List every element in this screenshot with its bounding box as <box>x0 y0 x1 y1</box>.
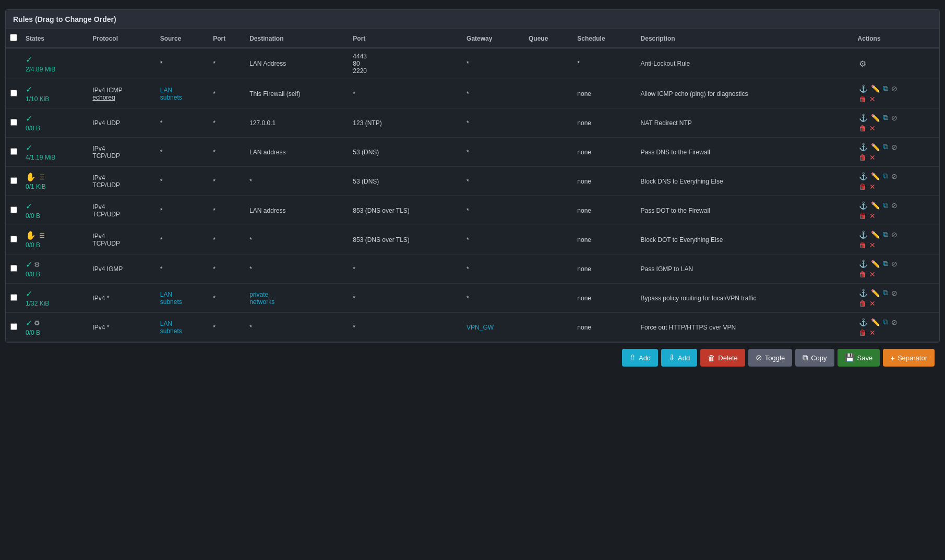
header-dest-port: Port <box>349 29 462 48</box>
disable-icon[interactable]: ⊘ <box>891 318 898 326</box>
remove-icon[interactable]: ✕ <box>869 95 876 103</box>
copy-rule-icon[interactable]: ⧉ <box>883 318 888 326</box>
edit-icon[interactable]: ✏️ <box>871 318 880 326</box>
copy-rule-icon[interactable]: ⧉ <box>883 84 888 93</box>
delete-rule-icon[interactable]: 🗑 <box>859 270 866 278</box>
delete-rule-icon[interactable]: 🗑 <box>859 95 866 103</box>
edit-icon[interactable]: ✏️ <box>871 114 880 122</box>
disable-icon[interactable]: ⊘ <box>891 289 898 297</box>
delete-rule-icon[interactable]: 🗑 <box>859 328 866 337</box>
description-cell: Force out HTTP/HTTPS over VPN <box>637 313 854 342</box>
copy-rule-icon[interactable]: ⧉ <box>883 172 888 180</box>
edit-icon[interactable]: ✏️ <box>871 172 880 180</box>
header-destination: Destination <box>245 29 349 48</box>
disable-icon[interactable]: ⊘ <box>891 172 898 180</box>
save-button[interactable]: 💾 Save <box>838 349 880 367</box>
source-port-cell: * <box>209 313 245 342</box>
copy-rule-icon[interactable]: ⧉ <box>883 201 888 210</box>
edit-icon[interactable]: ✏️ <box>871 230 880 239</box>
edit-icon[interactable]: ✏️ <box>871 201 880 210</box>
delete-rule-icon[interactable]: 🗑 <box>859 182 866 191</box>
add-below-button[interactable]: ⇩ Add <box>661 349 697 367</box>
remove-icon[interactable]: ✕ <box>869 212 876 220</box>
remove-icon[interactable]: ✕ <box>869 270 876 278</box>
anchor-icon[interactable]: ⚓ <box>859 172 868 180</box>
row-checkbox[interactable] <box>10 265 17 272</box>
row-checkbox[interactable] <box>10 236 17 242</box>
toggle-label: Toggle <box>765 354 785 362</box>
disable-icon[interactable]: ⊘ <box>891 230 898 239</box>
anchor-icon[interactable]: ⚓ <box>859 230 868 239</box>
delete-button[interactable]: 🗑 Delete <box>700 349 745 367</box>
row-checkbox[interactable] <box>10 206 17 213</box>
copy-button[interactable]: ⧉ Copy <box>795 349 834 367</box>
disable-icon[interactable]: ⊘ <box>891 260 898 268</box>
gateway-cell: * <box>462 254 524 284</box>
states-value: 0/0 B <box>26 125 40 132</box>
delete-rule-icon[interactable]: 🗑 <box>859 299 866 308</box>
edit-icon[interactable]: ✏️ <box>871 143 880 151</box>
remove-icon[interactable]: ✕ <box>869 241 876 249</box>
copy-rule-icon[interactable]: ⧉ <box>883 142 888 151</box>
source-link[interactable]: LANsubnets <box>160 291 182 306</box>
row-checkbox[interactable] <box>10 177 17 184</box>
add-above-button[interactable]: ⇧ Add <box>622 349 658 367</box>
copy-rule-icon[interactable]: ⧉ <box>883 259 888 268</box>
delete-rule-icon[interactable]: 🗑 <box>859 124 866 132</box>
separator-button[interactable]: + Separator <box>883 349 935 367</box>
anchor-icon[interactable]: ⚓ <box>859 114 868 122</box>
disable-icon[interactable]: ⊘ <box>891 84 898 93</box>
actions-cell: ⚓✏️⧉⊘🗑✕ <box>854 167 939 196</box>
source-cell: * <box>156 225 209 254</box>
delete-rule-icon[interactable]: 🗑 <box>859 212 866 220</box>
disable-icon[interactable]: ⊘ <box>891 201 898 210</box>
gateway-link[interactable]: VPN_GW <box>466 324 494 331</box>
schedule-cell: none <box>573 284 636 313</box>
edit-icon[interactable]: ✏️ <box>871 260 880 268</box>
queue-cell <box>524 284 573 313</box>
row-checkbox[interactable] <box>10 90 17 96</box>
states-value: 0/1 KiB <box>26 183 46 190</box>
toggle-button[interactable]: ⊘ Toggle <box>748 349 792 367</box>
source-link[interactable]: LANsubnets <box>160 87 182 101</box>
anchor-icon[interactable]: ⚓ <box>859 201 868 210</box>
copy-rule-icon[interactable]: ⧉ <box>883 288 888 297</box>
row-checkbox[interactable] <box>10 119 17 126</box>
queue-cell <box>524 108 573 138</box>
disable-icon[interactable]: ⊘ <box>891 114 898 122</box>
anchor-icon[interactable]: ⚓ <box>859 260 868 268</box>
remove-icon[interactable]: ✕ <box>869 328 876 337</box>
select-all-checkbox[interactable] <box>10 34 17 41</box>
copy-rule-icon[interactable]: ⧉ <box>883 230 888 239</box>
remove-icon[interactable]: ✕ <box>869 124 876 132</box>
anchor-icon[interactable]: ⚓ <box>859 143 868 151</box>
gear-icon: ⚙ <box>34 319 40 327</box>
remove-icon[interactable]: ✕ <box>869 153 876 162</box>
edit-icon[interactable]: ✏️ <box>871 84 880 93</box>
copy-rule-icon[interactable]: ⧉ <box>883 113 888 122</box>
dest-link[interactable]: private_networks <box>249 291 274 306</box>
delete-rule-icon[interactable]: 🗑 <box>859 241 866 249</box>
disable-icon[interactable]: ⊘ <box>891 143 898 151</box>
dest-port-cell: 4443 80 2220 <box>349 48 462 79</box>
remove-icon[interactable]: ✕ <box>869 299 876 308</box>
anchor-icon[interactable]: ⚓ <box>859 318 868 326</box>
source-cell: * <box>156 48 209 79</box>
anchor-icon[interactable]: ⚓ <box>859 84 868 93</box>
states-cell: ✋☰ 0/1 KiB <box>26 172 84 190</box>
source-link[interactable]: LANsubnets <box>160 320 182 335</box>
check-icon: ✓ <box>26 201 32 211</box>
gateway-cell: * <box>462 79 524 108</box>
check-icon: ✓ <box>26 260 32 270</box>
states-value: 2/4.89 MiB <box>26 66 55 73</box>
remove-icon[interactable]: ✕ <box>869 182 876 191</box>
edit-icon[interactable]: ✏️ <box>871 289 880 297</box>
row-checkbox[interactable] <box>10 323 17 330</box>
row-checkbox[interactable] <box>10 294 17 301</box>
delete-rule-icon[interactable]: 🗑 <box>859 153 866 162</box>
check-icon: ✓ <box>26 55 32 65</box>
gear-icon[interactable]: ⚙ <box>859 59 866 69</box>
row-checkbox[interactable] <box>10 148 17 155</box>
anchor-icon[interactable]: ⚓ <box>859 289 868 297</box>
states-value: 0/0 B <box>26 212 40 220</box>
